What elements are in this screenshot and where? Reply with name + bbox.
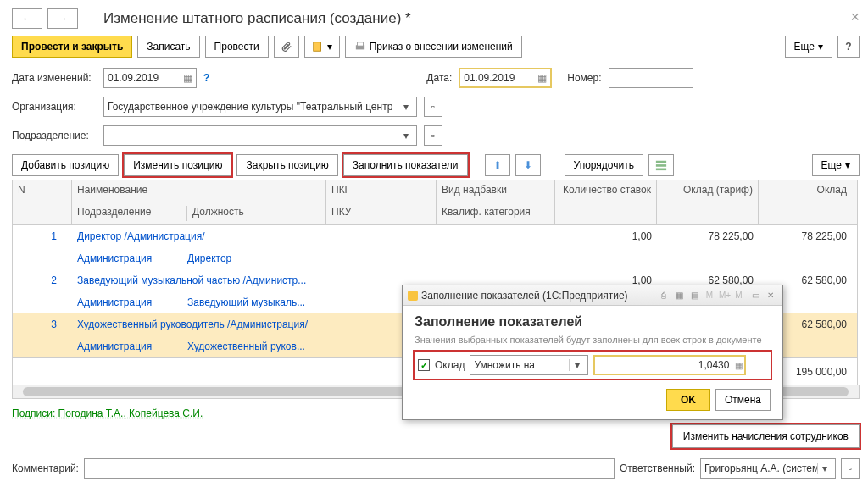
attach-button[interactable] (274, 36, 299, 58)
number-input[interactable] (609, 68, 693, 88)
comment-input[interactable] (84, 458, 615, 479)
cancel-button[interactable]: Отмена (715, 389, 771, 411)
settings-button[interactable] (648, 154, 674, 176)
app-icon (408, 291, 418, 301)
m-plus-icon[interactable]: M+ (718, 289, 732, 302)
calc-icon[interactable]: ▤ (687, 289, 701, 302)
svg-rect-4 (656, 164, 666, 167)
col-okl: Оклад (759, 180, 852, 202)
date-help-icon[interactable]: ? (203, 72, 209, 84)
m-icon[interactable]: M (703, 289, 716, 302)
fill-indicators-dialog: Заполнение показателей (1С:Предприятие) … (402, 285, 783, 420)
back-button[interactable]: ← (12, 8, 42, 29)
table-more-button[interactable]: Еще ▾ (812, 154, 860, 176)
org-label: Организация: (12, 101, 97, 113)
post-and-close-button[interactable]: Провести и закрыть (12, 36, 132, 58)
svg-rect-0 (313, 42, 320, 52)
save-button[interactable]: Записать (137, 36, 199, 58)
change-position-button[interactable]: Изменить позицию (124, 154, 231, 176)
close-icon[interactable]: × (850, 8, 860, 26)
cal-icon[interactable]: ▦ (672, 289, 686, 302)
ok-button[interactable]: OK (666, 389, 710, 411)
date-change-input[interactable]: 01.09.2019▦ (103, 68, 197, 88)
table-row[interactable]: 1 Директор /Администрация/ 1,00 78 225,0… (13, 225, 857, 247)
col-kol: Количество ставок (555, 180, 657, 202)
org-input[interactable]: Государственное учреждение культуры "Теа… (103, 97, 417, 117)
modal-desc: Значения выбранных показателей будут зап… (415, 335, 771, 345)
add-position-button[interactable]: Добавить позицию (12, 154, 119, 176)
order-button[interactable]: Упорядочить (565, 154, 643, 176)
dept-input[interactable]: ▾ (103, 125, 417, 146)
table-row[interactable]: АдминистрацияДиректор (13, 247, 857, 269)
m-minus-icon[interactable]: M- (733, 289, 747, 302)
number-label: Номер: (567, 72, 601, 84)
svg-rect-5 (656, 169, 666, 171)
oklad-label: Оклад (435, 359, 465, 371)
responsible-input[interactable]: Григорьянц А.А. (системн▾ (700, 458, 836, 479)
col-okt: Оклад (тариф) (657, 180, 759, 202)
fill-indicators-button[interactable]: Заполнить показатели (343, 154, 468, 176)
oklad-checkbox[interactable]: ✓ (418, 359, 430, 371)
dept-open-button[interactable]: ▫ (424, 125, 442, 146)
report-button[interactable]: ▾ (304, 36, 340, 58)
comment-label: Комментарий: (12, 463, 79, 474)
print-icon[interactable]: ⎙ (657, 289, 670, 302)
page-title: Изменение штатного расписания (создание)… (103, 10, 411, 27)
min-icon[interactable]: ▭ (748, 289, 762, 302)
modal-header: Заполнение показателей (415, 314, 771, 330)
operation-select[interactable]: Умножить на▾ (470, 355, 588, 375)
forward-button[interactable]: → (47, 8, 78, 29)
move-up-button[interactable]: ⬆ (485, 154, 510, 176)
post-button[interactable]: Провести (205, 36, 269, 58)
responsible-open-button[interactable]: ▫ (841, 458, 860, 479)
change-employee-accruals-button[interactable]: Изменить начисления сотрудников (672, 424, 860, 448)
col-n: N (13, 180, 72, 202)
svg-rect-3 (656, 161, 666, 163)
multiplier-input[interactable]: 1,0430▦ (593, 355, 746, 375)
modal-title: Заполнение показателей (1С:Предприятие) (421, 290, 628, 302)
col-pkg: ПКГ (326, 180, 437, 202)
signatures-link[interactable]: Подписи: Погодина Т.А., Копейцева С.И. (12, 407, 203, 419)
modal-close-icon[interactable]: ✕ (764, 289, 777, 302)
date-input[interactable]: 01.09.2019▦ (459, 68, 552, 88)
col-name: Наименование (72, 180, 326, 202)
print-order-button[interactable]: Приказ о внесении изменений (345, 36, 522, 58)
dept-label: Подразделение: (12, 130, 97, 141)
svg-rect-2 (357, 42, 363, 46)
col-vid: Вид надбавки (437, 180, 555, 202)
responsible-label: Ответственный: (620, 463, 695, 474)
close-position-button[interactable]: Закрыть позицию (236, 154, 337, 176)
date-label: Дата: (426, 72, 452, 84)
org-open-button[interactable]: ▫ (424, 97, 442, 117)
more-button[interactable]: Еще ▾ (785, 36, 832, 58)
help-button[interactable]: ? (837, 36, 860, 58)
move-down-button[interactable]: ⬇ (515, 154, 541, 176)
date-change-label: Дата изменений: (12, 72, 97, 84)
